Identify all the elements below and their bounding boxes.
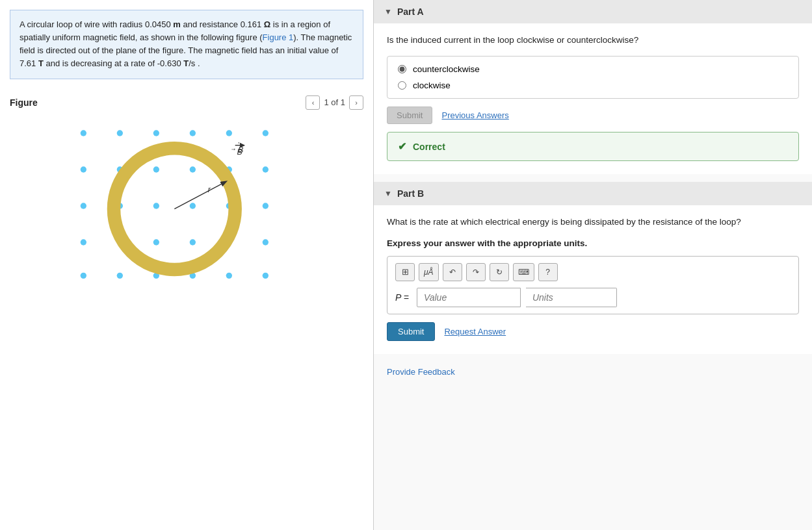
part-b-header[interactable]: ▼ Part B xyxy=(374,182,812,205)
label-counterclockwise[interactable]: counterclockwise xyxy=(413,64,480,74)
figure-header: Figure ‹ 1 of 1 › xyxy=(10,95,363,110)
svg-point-16 xyxy=(226,272,232,278)
part-a-header[interactable]: ▼ Part A xyxy=(374,0,812,23)
keyboard-toolbar-button[interactable]: ⌨ xyxy=(513,263,534,281)
left-panel: A circular loop of wire with radius 0.04… xyxy=(0,0,374,530)
help-toolbar-button[interactable]: ? xyxy=(538,263,558,281)
svg-point-1 xyxy=(117,130,123,136)
part-b-question: What is the rate at which electrical ene… xyxy=(387,216,799,229)
part-a-submit-button[interactable]: Submit xyxy=(387,107,432,124)
svg-point-4 xyxy=(226,130,232,136)
svg-point-11 xyxy=(263,239,268,245)
svg-point-6 xyxy=(81,166,86,172)
svg-point-18 xyxy=(117,166,123,172)
previous-answers-button[interactable]: Previous Answers xyxy=(441,110,508,120)
toolbar-row: ⊞ μÅ ↶ ↷ ↻ ⌨ ? xyxy=(395,263,791,281)
part-b-chevron: ▼ xyxy=(384,189,392,198)
input-row: P = xyxy=(395,288,791,307)
part-b-body: What is the rate at which electrical ene… xyxy=(374,205,812,353)
svg-point-7 xyxy=(263,166,268,172)
part-a-submit-row: Submit Previous Answers xyxy=(387,107,799,124)
svg-point-9 xyxy=(263,203,268,208)
check-icon: ✔ xyxy=(398,140,406,153)
correct-label: Correct xyxy=(413,142,445,152)
svg-point-23 xyxy=(153,203,159,208)
part-a-label: Part A xyxy=(397,6,424,17)
page-indicator: 1 of 1 xyxy=(324,97,345,107)
part-a-question: Is the induced current in the loop clock… xyxy=(387,34,799,47)
request-answer-button[interactable]: Request Answer xyxy=(444,327,506,336)
option-counterclockwise[interactable]: counterclockwise xyxy=(398,64,788,74)
refresh-toolbar-button[interactable]: ↻ xyxy=(490,263,509,281)
svg-point-25 xyxy=(226,203,232,208)
figure-svg: r B ⃗ B xyxy=(50,115,323,297)
figure-title: Figure xyxy=(10,97,38,108)
feedback-link[interactable]: Provide Feedback xyxy=(374,362,812,382)
part-a-section: ▼ Part A Is the induced current in the l… xyxy=(374,0,812,174)
svg-point-19 xyxy=(153,166,159,172)
svg-text:B: B xyxy=(237,147,242,156)
part-a-chevron: ▼ xyxy=(384,7,392,16)
problem-statement: A circular loop of wire with radius 0.04… xyxy=(10,10,363,79)
mu-toolbar-button[interactable]: μÅ xyxy=(419,263,439,281)
part-b-section: ▼ Part B What is the rate at which elect… xyxy=(374,182,812,353)
svg-text:⃗: ⃗ xyxy=(231,147,235,150)
svg-text:B: B xyxy=(238,145,243,154)
svg-point-5 xyxy=(263,130,268,136)
svg-point-24 xyxy=(190,203,196,208)
figure-area: Figure ‹ 1 of 1 › xyxy=(0,89,373,530)
svg-point-20 xyxy=(190,166,196,172)
svg-point-14 xyxy=(153,272,159,278)
svg-point-2 xyxy=(153,130,159,136)
svg-point-15 xyxy=(190,272,196,278)
undo-toolbar-button[interactable]: ↶ xyxy=(443,263,462,281)
express-text: Express your answer with the appropriate… xyxy=(387,238,799,248)
answer-box: ⊞ μÅ ↶ ↷ ↻ ⌨ ? P = xyxy=(387,256,799,314)
svg-text:r: r xyxy=(208,185,211,194)
svg-point-3 xyxy=(190,130,196,136)
svg-point-0 xyxy=(81,130,86,136)
svg-point-10 xyxy=(81,239,86,245)
radio-counterclockwise[interactable] xyxy=(398,65,406,73)
right-panel: ▼ Part A Is the induced current in the l… xyxy=(374,0,812,530)
value-input[interactable] xyxy=(417,288,521,307)
radio-clockwise[interactable] xyxy=(398,81,406,90)
part-b-submit-row: Submit Request Answer xyxy=(387,322,799,341)
svg-point-26 xyxy=(117,239,123,245)
part-b-label: Part B xyxy=(397,188,424,199)
redo-toolbar-button[interactable]: ↷ xyxy=(466,263,486,281)
svg-line-31 xyxy=(174,181,226,208)
svg-point-13 xyxy=(117,272,123,278)
p-label: P = xyxy=(395,292,409,303)
svg-point-29 xyxy=(226,239,232,245)
svg-point-22 xyxy=(117,203,123,208)
part-a-body: Is the induced current in the loop clock… xyxy=(374,23,812,174)
part-b-submit-button[interactable]: Submit xyxy=(387,322,435,341)
options-box: counterclockwise clockwise xyxy=(387,56,799,99)
prev-figure-button[interactable]: ‹ xyxy=(306,95,320,110)
svg-point-21 xyxy=(226,166,232,172)
figure-link[interactable]: Figure 1 xyxy=(263,32,294,42)
svg-point-8 xyxy=(81,203,86,208)
figure-canvas: r B ⃗ B xyxy=(50,115,323,297)
units-input[interactable] xyxy=(526,288,617,307)
next-figure-button[interactable]: › xyxy=(349,95,363,110)
grid-toolbar-button[interactable]: ⊞ xyxy=(395,263,415,281)
option-clockwise[interactable]: clockwise xyxy=(398,81,788,90)
svg-point-12 xyxy=(81,272,86,278)
label-clockwise[interactable]: clockwise xyxy=(413,81,451,90)
correct-box: ✔ Correct xyxy=(387,132,799,161)
figure-nav: ‹ 1 of 1 › xyxy=(306,95,363,110)
svg-point-17 xyxy=(263,272,268,278)
svg-point-28 xyxy=(190,239,196,245)
svg-point-30 xyxy=(114,148,235,270)
svg-point-27 xyxy=(153,239,159,245)
